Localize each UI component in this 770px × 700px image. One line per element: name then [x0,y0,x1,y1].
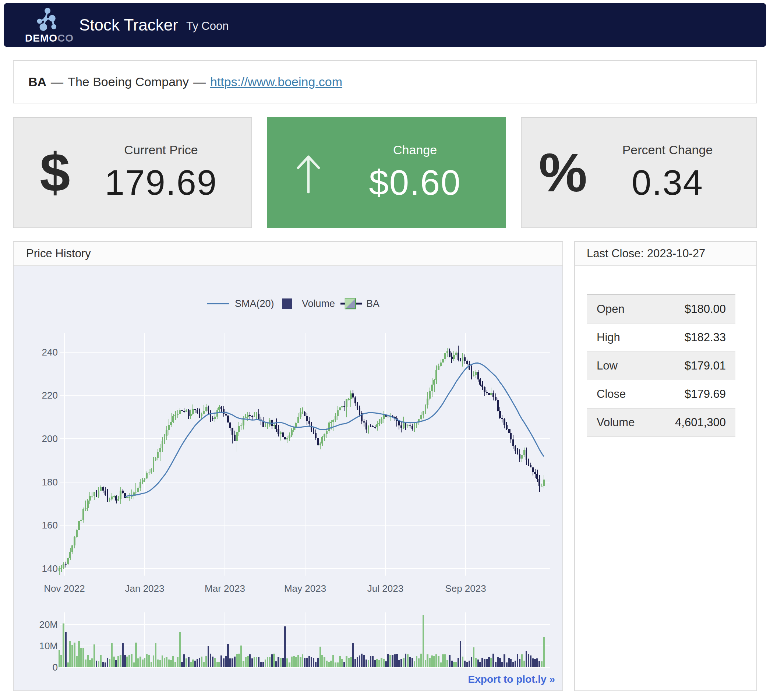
democo-logo: DEMOCO [25,7,69,44]
svg-text:Jul 2023: Jul 2023 [367,583,403,594]
svg-text:Jan 2023: Jan 2023 [125,583,165,594]
svg-text:SMA(20): SMA(20) [235,298,274,309]
last-close-panel: Last Close: 2023-10-27 Open$180.00 High$… [574,241,757,691]
percent-change-label: Percent Change [623,143,713,157]
percent-icon: % [522,118,604,228]
table-row-low: Low$179.01 [587,351,735,380]
ticker-symbol: BA [28,75,46,89]
candles [58,346,545,575]
svg-text:May 2023: May 2023 [284,583,326,594]
current-price-label: Current Price [124,143,197,157]
price-history-chart: 140160180200220240010M20MNov 2022Jan 202… [14,266,562,690]
chart-legend: SMA(20)VolumeBA [207,298,380,309]
table-row-volume: Volume4,601,300 [587,408,735,436]
stock-tracker-app: DEMOCO Stock Tracker Ty Coon BA — The Bo… [0,0,770,700]
current-price-card: $ Current Price 179.69 [13,117,252,228]
price-history-panel: Price History 140160180200220240010M20MN… [13,241,563,691]
table-row-close: Close$179.69 [587,380,735,408]
export-link[interactable]: Export to plot.ly » [468,674,555,685]
last-close-header: Last Close: 2023-10-27 [575,242,756,266]
logo-text: DEMOCO [25,32,69,44]
app-subtitle: Ty Coon [186,19,228,33]
svg-text:140: 140 [42,563,58,574]
app-header: DEMOCO Stock Tracker Ty Coon [4,3,766,47]
separator: — [193,75,206,89]
legend-candle-glyph [340,299,362,309]
current-price-value: 179.69 [105,162,218,203]
svg-text:Mar 2023: Mar 2023 [205,583,245,594]
separator: — [51,75,63,89]
svg-text:Sep 2023: Sep 2023 [445,583,486,594]
company-url-link[interactable]: https://www.boeing.com [210,75,342,89]
svg-text:20M: 20M [39,619,58,630]
svg-text:BA: BA [366,298,380,309]
gridlines [60,333,550,667]
price-history-header: Price History [14,242,562,266]
company-name: The Boeing Company [68,75,189,89]
percent-change-card: % Percent Change 0.34 [521,117,757,228]
legend-volume-swatch [282,299,292,309]
svg-text:10M: 10M [39,640,58,652]
table-row-open: Open$180.00 [587,295,735,323]
svg-text:160: 160 [42,520,58,531]
price-history-title: Price History [26,247,91,260]
svg-text:180: 180 [42,477,58,488]
svg-text:0: 0 [53,662,58,673]
dollar-icon: $ [14,118,96,228]
svg-text:Volume: Volume [302,298,335,309]
percent-change-value: 0.34 [632,162,704,203]
company-bar: BA — The Boeing Company — https://www.bo… [13,60,757,103]
molecule-icon [34,7,60,31]
arrow-up-icon [267,117,349,228]
change-value: $0.60 [369,162,461,203]
change-card: Change $0.60 [267,117,506,228]
table-row-high: High$182.33 [587,323,735,351]
svg-text:220: 220 [42,390,58,401]
volume-bars [58,615,545,667]
app-title: Stock Tracker [79,16,178,34]
svg-text:240: 240 [42,347,58,358]
change-label: Change [393,143,437,157]
svg-text:200: 200 [42,433,58,444]
ohlcv-table: Open$180.00 High$182.33 Low$179.01 Close… [587,294,735,437]
svg-text:Nov 2022: Nov 2022 [44,583,85,594]
last-close-title: Last Close: 2023-10-27 [587,247,705,260]
